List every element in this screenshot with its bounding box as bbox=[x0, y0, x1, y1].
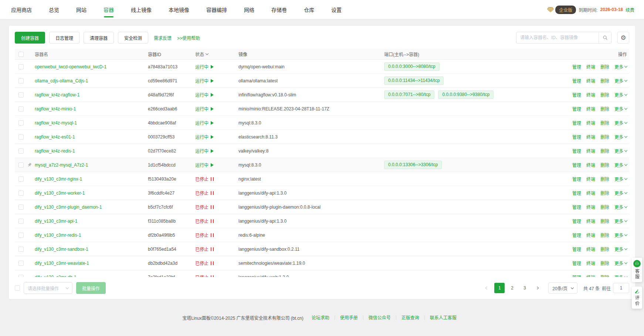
delete-link[interactable]: 删除 bbox=[600, 246, 609, 252]
more-link[interactable]: 更多 bbox=[614, 274, 627, 277]
row-checkbox[interactable] bbox=[18, 120, 24, 126]
more-link[interactable]: 更多 bbox=[614, 176, 627, 182]
more-link[interactable]: 更多 bbox=[614, 148, 627, 154]
row-checkbox[interactable] bbox=[18, 148, 24, 154]
play-icon[interactable] bbox=[211, 79, 214, 83]
prev-page-button[interactable] bbox=[482, 283, 492, 293]
delete-link[interactable]: 删除 bbox=[600, 78, 609, 84]
search-button[interactable] bbox=[599, 32, 611, 43]
manage-link[interactable]: 管理 bbox=[572, 64, 581, 70]
terminal-link[interactable]: 终端 bbox=[586, 260, 595, 266]
row-checkbox[interactable] bbox=[18, 78, 24, 83]
footer-link[interactable]: 微信公众号 bbox=[363, 316, 396, 320]
row-checkbox[interactable] bbox=[18, 134, 24, 140]
container-name-link[interactable]: dify_v130_c3mr-sandbox-1 bbox=[35, 247, 88, 252]
nav-item[interactable]: 网站 bbox=[68, 0, 95, 19]
usage-help-link[interactable]: >>使用帮助 bbox=[177, 35, 200, 41]
more-link[interactable]: 更多 bbox=[614, 218, 627, 224]
more-link[interactable]: 更多 bbox=[614, 204, 627, 210]
play-icon[interactable] bbox=[211, 135, 214, 139]
manage-link[interactable]: 管理 bbox=[572, 218, 581, 224]
pause-icon[interactable] bbox=[211, 177, 214, 181]
row-checkbox[interactable] bbox=[18, 233, 24, 238]
nav-item[interactable]: 总览 bbox=[40, 0, 68, 19]
terminal-link[interactable]: 终端 bbox=[586, 148, 595, 154]
page-number-button[interactable]: 1 bbox=[494, 283, 505, 293]
pause-icon[interactable] bbox=[211, 191, 214, 195]
column-header-status-filter[interactable]: 状态 bbox=[195, 51, 238, 57]
delete-link[interactable]: 删除 bbox=[600, 64, 609, 70]
manage-link[interactable]: 管理 bbox=[572, 120, 581, 126]
terminal-link[interactable]: 终端 bbox=[586, 218, 595, 224]
row-checkbox[interactable] bbox=[18, 219, 24, 224]
terminal-link[interactable]: 终端 bbox=[586, 78, 595, 84]
pause-icon[interactable] bbox=[211, 205, 214, 209]
container-name-link[interactable]: ollama_cdjs-ollama_Cdjs-1 bbox=[35, 78, 88, 83]
more-link[interactable]: 更多 bbox=[614, 78, 627, 84]
more-link[interactable]: 更多 bbox=[614, 190, 627, 196]
batch-operation-select[interactable]: 请选择批量操作 bbox=[24, 282, 72, 294]
terminal-link[interactable]: 终端 bbox=[586, 246, 595, 252]
manage-link[interactable]: 管理 bbox=[572, 246, 581, 252]
nav-item[interactable]: 线上镜像 bbox=[122, 0, 160, 19]
manage-link[interactable]: 管理 bbox=[572, 92, 581, 98]
delete-link[interactable]: 删除 bbox=[600, 162, 609, 168]
log-management-button[interactable]: 日志管理 bbox=[49, 32, 79, 44]
delete-link[interactable]: 删除 bbox=[600, 274, 609, 277]
manage-link[interactable]: 管理 bbox=[572, 232, 581, 238]
terminal-link[interactable]: 终端 bbox=[586, 162, 595, 168]
manage-link[interactable]: 管理 bbox=[572, 274, 581, 277]
delete-link[interactable]: 删除 bbox=[600, 204, 609, 210]
row-checkbox[interactable] bbox=[18, 275, 24, 277]
batch-select-all-checkbox[interactable] bbox=[15, 285, 20, 291]
play-icon[interactable] bbox=[211, 163, 214, 167]
more-link[interactable]: 更多 bbox=[614, 106, 627, 112]
container-name-link[interactable]: dify_v130_c3mr-worker-1 bbox=[35, 191, 85, 196]
play-icon[interactable] bbox=[211, 107, 214, 111]
pause-icon[interactable] bbox=[211, 261, 214, 265]
pause-icon[interactable] bbox=[211, 275, 214, 277]
row-checkbox[interactable] bbox=[18, 92, 24, 97]
play-icon[interactable] bbox=[211, 149, 214, 153]
container-name-link[interactable]: dify_v130_c3mr-redis-1 bbox=[35, 233, 81, 238]
nav-item[interactable]: 本地镜像 bbox=[160, 0, 198, 19]
enterprise-badge[interactable]: 企业版 bbox=[547, 6, 576, 14]
terminal-link[interactable]: 终端 bbox=[586, 204, 595, 210]
container-name-link[interactable]: ragflow_kr4z-redis-1 bbox=[35, 148, 75, 154]
pause-icon[interactable] bbox=[211, 233, 214, 237]
footer-link[interactable]: 使用手册 bbox=[335, 316, 363, 320]
row-checkbox[interactable] bbox=[18, 162, 24, 168]
terminal-link[interactable]: 终端 bbox=[586, 134, 595, 140]
delete-link[interactable]: 删除 bbox=[600, 148, 609, 154]
delete-link[interactable]: 删除 bbox=[600, 232, 609, 238]
row-checkbox[interactable] bbox=[18, 106, 24, 112]
container-name-link[interactable]: ragflow_kr4z-es01-1 bbox=[35, 134, 75, 140]
more-link[interactable]: 更多 bbox=[614, 120, 627, 126]
more-link[interactable]: 更多 bbox=[614, 260, 627, 266]
row-checkbox[interactable] bbox=[18, 205, 24, 210]
more-link[interactable]: 更多 bbox=[614, 162, 627, 168]
feedback-link[interactable]: 需求反馈 bbox=[154, 35, 172, 41]
row-checkbox[interactable] bbox=[18, 191, 24, 196]
nav-item[interactable]: 仓库 bbox=[295, 0, 323, 19]
container-name-link[interactable]: dify_v130_c3mr-api-1 bbox=[35, 219, 77, 224]
row-checkbox[interactable] bbox=[18, 64, 24, 69]
footer-link[interactable]: 联系人工客服 bbox=[424, 316, 462, 320]
play-icon[interactable] bbox=[211, 93, 214, 97]
more-link[interactable]: 更多 bbox=[614, 232, 627, 238]
delete-link[interactable]: 删除 bbox=[600, 120, 609, 126]
renew-link[interactable]: 续费 bbox=[626, 7, 634, 13]
page-number-button[interactable]: 2 bbox=[507, 283, 517, 293]
row-checkbox[interactable] bbox=[18, 261, 24, 266]
manage-link[interactable]: 管理 bbox=[572, 106, 581, 112]
batch-operation-button[interactable]: 批量操作 bbox=[76, 282, 106, 294]
terminal-link[interactable]: 终端 bbox=[586, 64, 595, 70]
nav-item[interactable]: 容器 bbox=[95, 0, 122, 19]
container-name-link[interactable]: dify_v130_c3mr-weaviate-1 bbox=[35, 261, 89, 266]
goto-page-input[interactable] bbox=[613, 283, 629, 293]
delete-link[interactable]: 删除 bbox=[600, 134, 609, 140]
settings-gear-button[interactable]: ⚙ bbox=[617, 32, 629, 44]
page-size-select[interactable]: 20条/页 bbox=[548, 282, 577, 294]
manage-link[interactable]: 管理 bbox=[572, 134, 581, 140]
nav-item[interactable]: 网络 bbox=[235, 0, 263, 19]
